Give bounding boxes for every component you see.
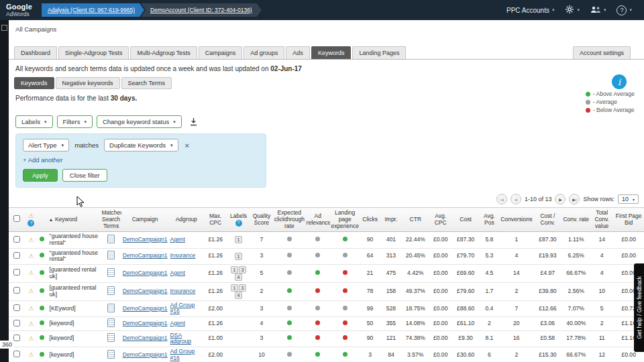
- tab-keywords[interactable]: Keywords: [311, 46, 352, 59]
- help-menu[interactable]: ? ▾: [611, 5, 637, 15]
- close-filter-button[interactable]: Close filter: [62, 169, 107, 182]
- search-terms-icon[interactable]: [107, 235, 115, 243]
- adgroup-link[interactable]: Insurance: [170, 288, 195, 294]
- account-breadcrumb-adalysis[interactable]: Adalysis (Client ID: 967-619-9965): [42, 3, 144, 17]
- adgroup-link[interactable]: Agent: [170, 320, 184, 326]
- last-page-button[interactable]: ▶|: [569, 194, 580, 204]
- row-checkbox[interactable]: [13, 335, 20, 341]
- search-terms-icon[interactable]: [107, 318, 115, 327]
- col-header-adrel[interactable]: Ad relevance: [306, 208, 330, 232]
- col-header-matched[interactable]: Matched Search Terms: [101, 208, 121, 232]
- select-all-checkbox[interactable]: [13, 215, 20, 222]
- label-badge[interactable]: 1: [231, 284, 238, 292]
- col-header-avgcpc[interactable]: Avg. CPC: [429, 208, 452, 232]
- label-badge[interactable]: 3: [239, 266, 246, 274]
- col-header-ctr[interactable]: CTR: [402, 208, 429, 232]
- row-checkbox[interactable]: [13, 304, 20, 311]
- col-header-conversions[interactable]: Conversions: [500, 208, 534, 232]
- collapse-sidebar-icon[interactable]: [1, 25, 7, 31]
- row-checkbox[interactable]: [13, 287, 20, 294]
- col-header-convrate[interactable]: Conv. rate: [562, 208, 590, 232]
- search-terms-icon[interactable]: [107, 350, 115, 359]
- col-header-costconv[interactable]: Cost / Conv.: [533, 208, 561, 232]
- remove-filter-icon[interactable]: ×: [185, 141, 189, 149]
- prev-page-button[interactable]: ◀: [511, 194, 521, 204]
- label-badge[interactable]: 4: [235, 292, 242, 299]
- col-header-adgroup[interactable]: Adgroup: [168, 208, 204, 232]
- tab-landing-pages[interactable]: Landing Pages: [352, 46, 406, 59]
- search-terms-icon[interactable]: [107, 333, 115, 342]
- adgroup-link[interactable]: DSA adgroup: [170, 332, 191, 345]
- filter-value-select[interactable]: Duplicate Keywords ▾: [104, 139, 178, 152]
- campaign-link[interactable]: DemoCampaign1: [123, 236, 168, 243]
- row-checkbox[interactable]: [13, 320, 20, 326]
- label-badge[interactable]: 4: [235, 274, 242, 281]
- col-header-totalconv[interactable]: Total Conv. value: [590, 208, 613, 232]
- adgroup-link[interactable]: Ad Group #16: [170, 302, 195, 315]
- row-checkbox[interactable]: [13, 351, 20, 357]
- tab-ads[interactable]: Ads: [286, 46, 310, 59]
- search-terms-icon[interactable]: [107, 251, 115, 259]
- account-breadcrumb-demoaccount[interactable]: DemoAccount (Client ID: 372-404-0136): [141, 3, 262, 17]
- campaign-link[interactable]: DemoCampaign1: [123, 351, 168, 358]
- col-header-impr[interactable]: Impr.: [380, 208, 402, 232]
- label-badge[interactable]: 3: [239, 284, 246, 292]
- col-header-clicks[interactable]: Clicks: [360, 208, 380, 232]
- col-header-cost[interactable]: Cost: [452, 208, 479, 232]
- status-column-header[interactable]: [37, 208, 46, 232]
- label-badge[interactable]: 1: [231, 266, 238, 274]
- col-header-labels[interactable]: Labels ?: [227, 208, 250, 232]
- adgroup-link[interactable]: Ad Group #16: [170, 348, 195, 361]
- first-page-button[interactable]: |◀: [496, 194, 507, 204]
- row-checkbox[interactable]: [13, 236, 20, 243]
- change-keyword-status-button[interactable]: Change keyword status ▾: [97, 115, 182, 128]
- label-badge[interactable]: 1: [235, 253, 242, 260]
- settings-menu[interactable]: ▾: [559, 5, 585, 15]
- label-badge[interactable]: 1: [235, 236, 242, 243]
- info-icon[interactable]: i: [612, 74, 627, 89]
- alert-warning-icon[interactable]: ⚠: [28, 253, 34, 259]
- show-rows-select[interactable]: 10 ▾: [618, 194, 639, 204]
- tab-campaigns[interactable]: Campaigns: [199, 46, 243, 59]
- apply-button[interactable]: Apply: [23, 169, 58, 182]
- adgroup-link[interactable]: Agent: [170, 269, 184, 276]
- alert-warning-icon[interactable]: ⚠: [28, 305, 34, 312]
- campaign-link[interactable]: DemoCampaign1: [123, 320, 168, 326]
- col-header-kw[interactable]: ▲ Keyword: [47, 208, 101, 232]
- adgroup-link[interactable]: Insurance: [170, 252, 195, 259]
- add-another-link[interactable]: + Add another: [23, 156, 259, 164]
- col-header-qs[interactable]: Quality Score: [250, 208, 273, 232]
- alert-warning-icon[interactable]: ⚠: [28, 269, 34, 276]
- search-terms-icon[interactable]: [107, 268, 115, 277]
- tab-account-settings[interactable]: Account settings: [573, 46, 631, 59]
- campaign-link[interactable]: DemoCampaign1: [123, 305, 168, 312]
- ppc-accounts-menu[interactable]: PPC Accounts ▾: [501, 7, 559, 14]
- campaign-link[interactable]: DemoCampaign1: [123, 269, 168, 276]
- tab-ad-groups[interactable]: Ad groups: [244, 46, 284, 59]
- search-terms-icon[interactable]: [107, 286, 115, 295]
- adgroup-link[interactable]: Agent: [170, 236, 184, 243]
- next-page-button[interactable]: ▶: [555, 194, 566, 204]
- alert-type-select[interactable]: Alert Type ▾: [23, 139, 69, 152]
- download-icon[interactable]: [190, 118, 197, 126]
- tab-single-adgroup-tests[interactable]: Single-Adgroup Tests: [58, 46, 129, 59]
- alert-warning-icon[interactable]: ⚠: [28, 237, 34, 243]
- filters-button[interactable]: Filters ▾: [57, 115, 93, 128]
- alert-column-header[interactable]: ⚠?: [25, 208, 37, 232]
- feedback-tab[interactable]: Get help / Give feedback: [634, 263, 644, 352]
- campaign-link[interactable]: DemoCampaign1: [123, 252, 168, 259]
- alert-help-icon[interactable]: ?: [28, 220, 34, 227]
- col-header-maxcpc[interactable]: Max. CPC: [204, 208, 227, 232]
- search-terms-icon[interactable]: [107, 304, 115, 312]
- campaign-link[interactable]: DemoCampaign1: [123, 335, 168, 341]
- subtab-negative-keywords[interactable]: Negative keywords: [56, 77, 120, 89]
- users-menu[interactable]: ▾: [585, 6, 612, 15]
- col-header-ectr[interactable]: Expected clickthrough rate: [273, 208, 306, 232]
- alert-warning-icon[interactable]: ⚠: [28, 335, 34, 342]
- help-icon[interactable]: ?: [235, 220, 242, 227]
- row-checkbox[interactable]: [13, 269, 20, 276]
- col-header-fpb[interactable]: First Page Bid: [613, 208, 644, 232]
- row-checkbox[interactable]: [13, 252, 20, 259]
- alert-warning-icon[interactable]: ⚠: [28, 288, 34, 294]
- subtab-search-terms[interactable]: Search Terms: [121, 77, 172, 89]
